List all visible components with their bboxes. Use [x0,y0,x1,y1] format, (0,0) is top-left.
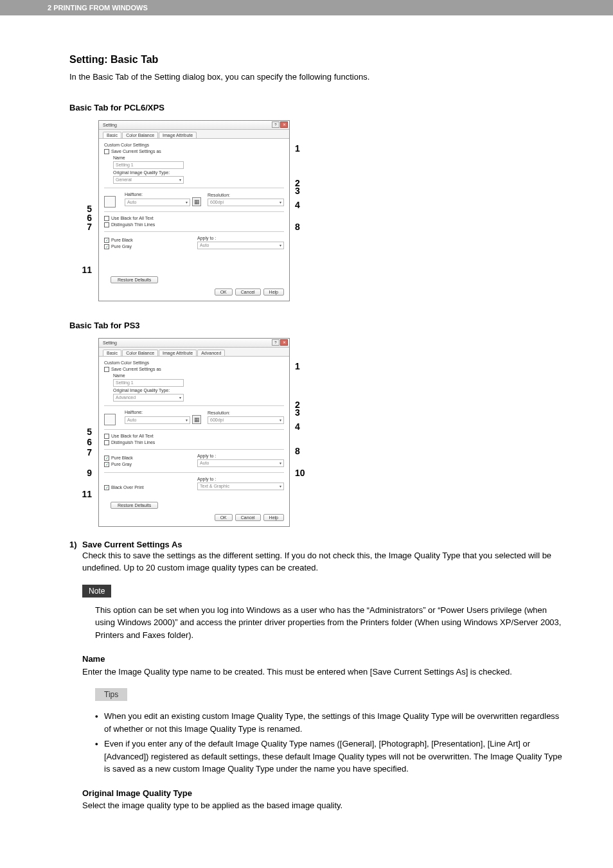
help-icon[interactable]: ? [272,339,280,346]
orig-body: Select the image quality type to be appl… [82,799,565,812]
check-pure-gray[interactable]: ✓ Pure Gray [104,244,191,249]
tab-image-attribute[interactable]: Image Attribute [159,350,197,356]
orig-dropdown[interactable]: General [113,176,184,184]
applyto-value: Auto [200,243,209,247]
restore-row: Restore Defaults [104,502,284,509]
resolution-dropdown[interactable]: 600dpi [208,416,284,424]
applyto2-dropdown[interactable]: Text & Graphic [197,483,284,490]
callout-7: 7 [87,222,92,232]
callout-3: 3 [295,186,300,196]
callout-8b: 8 [295,446,300,456]
group-custom-color: Custom Color Settings [104,360,284,365]
help-button[interactable]: Help [263,288,284,296]
dialog-title-text: Setting [103,341,117,345]
tab-basic[interactable]: Basic [103,350,121,356]
name-value: Setting 1 [116,380,134,385]
orig-value: General [116,177,132,182]
overprint-row: ✓ Black Over Print Apply to : Text & Gra… [104,477,284,492]
page-content: Setting: Basic Tab In the Basic Tab of t… [0,15,613,838]
resolution-label: Resolution: [208,411,284,415]
restore-defaults-button[interactable]: Restore Defaults [111,276,158,283]
name-body: Enter the Image Quality type name to be … [82,666,565,678]
check-use-black-all-label: Use Black for All Text [111,434,154,438]
cancel-button[interactable]: Cancel [235,288,261,296]
help-button[interactable]: Help [263,514,284,521]
check-black-overprint[interactable]: ✓ Black Over Print [104,485,191,490]
halftone-dropdown[interactable]: Auto [125,416,190,424]
checkbox-icon: ✓ [104,462,109,467]
orig-dropdown[interactable]: Advanced [113,394,184,402]
halftone-label: Halftone: [125,192,201,197]
tab-color-balance[interactable]: Color Balance [122,350,158,356]
check-pure-black[interactable]: ✓ Pure Black [104,238,191,243]
check-distinguish[interactable]: Distinguish Thin Lines [104,440,284,445]
close-icon[interactable]: ✕ [280,339,288,346]
resolution-value: 600dpi [210,418,224,422]
window-controls: ? ✕ [272,121,288,128]
halftone-dropdown[interactable]: Auto [125,199,190,206]
name-label: Name [113,373,284,378]
subsection-ps3: Basic Tab for PS3 [69,321,565,330]
close-icon[interactable]: ✕ [280,121,288,128]
separator [104,405,284,406]
check-pure-black[interactable]: ✓ Pure Black [104,456,191,461]
dialog-titlebar: Setting ? ✕ [99,121,289,130]
callout-9: 9 [87,468,92,478]
window-controls: ? ✕ [272,339,288,346]
applyto2-value: Text & Graphic [200,484,229,488]
resolution-value: 600dpi [210,200,224,204]
tab-basic[interactable]: Basic [103,132,121,138]
pattern-icon[interactable]: ▦ [192,197,201,206]
name-field[interactable]: Setting 1 [113,379,184,387]
check-save-as[interactable]: Save Current Settings as [104,149,284,154]
check-save-as[interactable]: Save Current Settings as [104,367,284,372]
subsection-pcl6: Basic Tab for PCL6/XPS [69,103,565,112]
callout-11b: 11 [82,489,92,499]
halftone-value: Auto [127,418,136,422]
section-intro: In the Basic Tab of the Setting dialog b… [69,71,565,84]
name-value: Setting 1 [116,163,134,167]
separator [104,429,284,430]
ok-button[interactable]: OK [215,514,233,521]
halftone-row: Halftone: Auto ▦ Resolution: 600dpi [104,192,284,208]
check-distinguish-label: Distinguish Thin Lines [111,222,155,227]
check-use-black-all-label: Use Black for All Text [111,216,154,220]
check-use-black-all[interactable]: Use Black for All Text [104,216,284,221]
callout-4: 4 [295,200,300,210]
dialog-ps3: Setting ? ✕ Basic Color Balance Image At… [98,338,290,527]
check-distinguish[interactable]: Distinguish Thin Lines [104,222,284,227]
check-save-as-label: Save Current Settings as [111,149,161,154]
help-icon[interactable]: ? [272,121,280,128]
callout-5b: 5 [87,427,92,437]
item-1-title: Save Current Settings As [82,540,182,549]
check-use-black-all[interactable]: Use Black for All Text [104,434,284,439]
separator [104,211,284,212]
applyto-label: Apply to : [197,454,284,458]
name-label: Name [113,155,284,160]
halftone-row: Halftone: Auto ▦ Resolution: 600dpi [104,410,284,425]
check-pure-black-label: Pure Black [111,456,133,460]
tab-color-balance[interactable]: Color Balance [122,132,158,138]
applyto-dropdown[interactable]: Auto [197,459,284,467]
applyto2-label: Apply to : [197,477,284,481]
orig-label: Original Image Quality Type: [113,170,284,175]
check-save-as-label: Save Current Settings as [111,367,161,371]
item-1-body: Check this to save the settings as the d… [82,549,565,574]
figure-pcl6: 5 6 7 11 Setting ? ✕ Basic Color Balance… [69,120,565,301]
name-field[interactable]: Setting 1 [113,161,184,169]
pure-row: ✓ Pure Black ✓ Pure Gray Apply to : Auto [104,454,284,468]
tab-advanced[interactable]: Advanced [197,350,225,356]
cancel-button[interactable]: Cancel [235,514,261,521]
restore-defaults-button[interactable]: Restore Defaults [111,502,158,509]
callout-11: 11 [82,265,92,275]
tab-image-attribute[interactable]: Image Attribute [159,132,197,138]
applyto-dropdown[interactable]: Auto [197,242,284,249]
resolution-dropdown[interactable]: 600dpi [208,199,284,206]
check-pure-gray[interactable]: ✓ Pure Gray [104,462,191,467]
preview-icon [104,196,116,208]
tab-strip: Basic Color Balance Image Attribute Adva… [99,348,289,357]
orig-subtitle: Original Image Quality Type [82,787,565,800]
pattern-icon[interactable]: ▦ [192,415,201,424]
ok-button[interactable]: OK [215,288,233,296]
dialog-pcl6: Setting ? ✕ Basic Color Balance Image At… [98,120,290,301]
